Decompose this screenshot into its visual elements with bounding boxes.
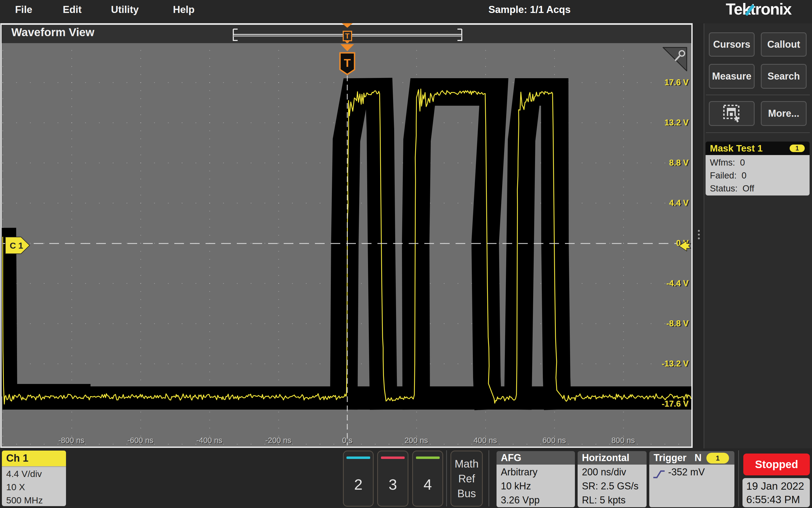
svg-text:-200 ns: -200 ns xyxy=(266,436,291,444)
svg-text:T: T xyxy=(344,57,351,69)
svg-text:-13.2 V: -13.2 V xyxy=(662,359,688,368)
svg-text:0 s: 0 s xyxy=(342,436,353,444)
svg-text:4.4 V: 4.4 V xyxy=(669,198,689,208)
svg-text:T: T xyxy=(345,32,350,40)
svg-text:600 ns: 600 ns xyxy=(542,436,566,444)
svg-text:-4.4 V: -4.4 V xyxy=(666,279,688,288)
svg-text:-800 ns: -800 ns xyxy=(58,436,85,444)
svg-text:400 ns: 400 ns xyxy=(473,436,497,444)
svg-text:200 ns: 200 ns xyxy=(404,436,428,444)
svg-text:800 ns: 800 ns xyxy=(611,436,635,444)
svg-text:8.8 V: 8.8 V xyxy=(669,158,689,167)
svg-text:13.2 V: 13.2 V xyxy=(664,118,688,127)
svg-text:17.6 V: 17.6 V xyxy=(664,78,688,87)
svg-text:-17.6 V: -17.6 V xyxy=(662,399,688,409)
svg-text:-8.8 V: -8.8 V xyxy=(666,319,688,328)
svg-text:-400 ns: -400 ns xyxy=(196,436,223,444)
svg-text:-600 ns: -600 ns xyxy=(128,436,153,444)
svg-text:C 1: C 1 xyxy=(10,241,23,251)
